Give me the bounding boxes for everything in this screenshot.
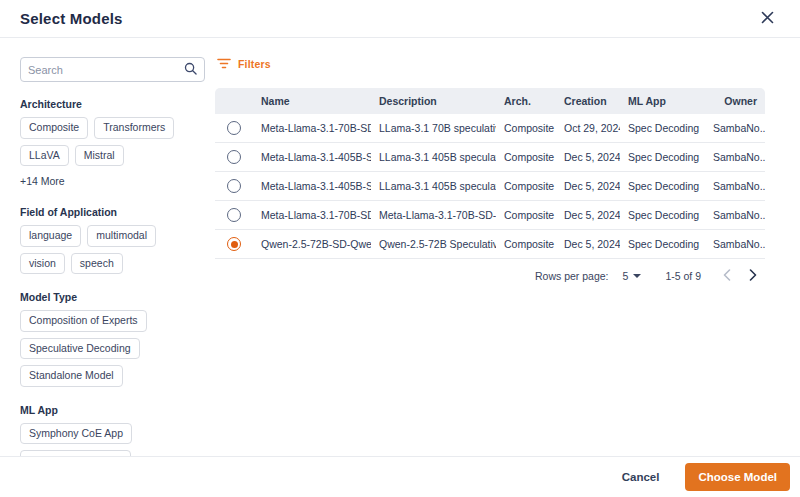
filter-chip[interactable]: Composition of Experts: [20, 310, 147, 332]
filter-chip[interactable]: language: [20, 225, 81, 247]
column-header: Description: [371, 95, 496, 107]
table-row[interactable]: Meta-Llama-3.1-405B-SD...LLama-3.1 405B …: [215, 143, 765, 172]
cell-arch: Composite: [496, 180, 556, 192]
dialog-header: Select Models: [0, 0, 800, 38]
cell-owner: SambaNo...: [705, 180, 765, 192]
choose-model-button[interactable]: Choose Model: [685, 463, 790, 491]
table-row[interactable]: Meta-Llama-3.1-70B-SD-L...LLama-3.1 70B …: [215, 114, 765, 143]
search-box: [20, 57, 205, 82]
cell-arch: Composite: [496, 122, 556, 134]
column-header: Name: [253, 95, 371, 107]
filter-chip[interactable]: Symphony CoE App: [20, 423, 132, 445]
cell-creation: Dec 5, 2024: [556, 209, 620, 221]
radio-icon[interactable]: [227, 150, 241, 164]
table-panel: Filters NameDescriptionArch.CreationML A…: [215, 57, 765, 456]
column-header: Arch.: [496, 95, 556, 107]
chip-list: languagemultimodalvisionspeech: [20, 225, 205, 274]
close-icon: [761, 11, 774, 27]
table-row[interactable]: Qwen-2.5-72B-SD-Qwen-...Qwen-2.5-72B Spe…: [215, 230, 765, 259]
cell-owner: SambaNo...: [705, 209, 765, 221]
cell-arch: Composite: [496, 209, 556, 221]
dialog-footer: Cancel Choose Model: [0, 456, 800, 497]
filter-chip[interactable]: multimodal: [87, 225, 156, 247]
filter-chip[interactable]: vision: [20, 253, 65, 275]
radio-icon[interactable]: [227, 208, 241, 222]
filters-button[interactable]: Filters: [217, 58, 271, 71]
table-row[interactable]: Meta-Llama-3.1-70B-SD-L...Meta-Llama-3.1…: [215, 201, 765, 230]
column-header: Creation: [556, 95, 620, 107]
cell-name: Qwen-2.5-72B-SD-Qwen-...: [253, 238, 371, 250]
cell-description: Qwen-2.5-72B Speculativ...: [371, 238, 496, 250]
cancel-button[interactable]: Cancel: [614, 465, 668, 489]
radio-cell: [215, 150, 253, 164]
filter-group-label: Model Type: [20, 291, 205, 303]
rows-per-page-label: Rows per page:: [535, 270, 609, 282]
select-models-dialog: Select Models ArchitectureCompositeTrans…: [0, 0, 800, 497]
radio-icon[interactable]: [227, 179, 241, 193]
filter-group-label: ML App: [20, 404, 205, 416]
radio-cell: [215, 208, 253, 222]
cell-description: LLama-3.1 405B speculati...: [371, 151, 496, 163]
more-link[interactable]: +14 More: [20, 175, 65, 187]
filters-button-label: Filters: [238, 58, 271, 70]
cell-description: Meta-Llama-3.1-70B-SD-L...: [371, 209, 496, 221]
dialog-body: ArchitectureCompositeTransformersLLaVAMi…: [0, 38, 800, 456]
cell-creation: Oct 29, 2024: [556, 122, 620, 134]
cell-owner: SambaNo...: [705, 151, 765, 163]
filter-chip[interactable]: Transformers: [94, 117, 174, 139]
filter-chip[interactable]: LLaVA: [20, 145, 69, 167]
filter-chip[interactable]: Composite: [20, 117, 88, 139]
cell-description: LLama-3.1 405B speculati...: [371, 180, 496, 192]
table-header-row: NameDescriptionArch.CreationML AppOwner: [215, 88, 765, 114]
chevron-down-icon: [633, 274, 641, 278]
filter-group-label: Architecture: [20, 98, 205, 110]
radio-cell: [215, 237, 253, 251]
radio-selected-icon[interactable]: [227, 237, 241, 251]
models-table: NameDescriptionArch.CreationML AppOwner …: [215, 88, 765, 259]
cell-creation: Dec 5, 2024: [556, 151, 620, 163]
cell-ml_app: Spec Decoding: [620, 238, 705, 250]
radio-icon[interactable]: [227, 121, 241, 135]
table-row[interactable]: Meta-Llama-3.1-405B-SD...LLama-3.1 405B …: [215, 172, 765, 201]
filters-row: Filters: [217, 54, 765, 74]
filter-chip[interactable]: speech: [71, 253, 123, 275]
cell-description: LLama-3.1 70B speculative...: [371, 122, 496, 134]
prev-page-button[interactable]: [717, 267, 737, 285]
dialog-title: Select Models: [20, 10, 123, 27]
filter-funnel-icon: [217, 58, 231, 71]
cell-arch: Composite: [496, 151, 556, 163]
filter-chip[interactable]: Speculative Decoding: [20, 338, 140, 360]
cell-ml_app: Spec Decoding: [620, 151, 705, 163]
cell-arch: Composite: [496, 238, 556, 250]
rows-per-page-select[interactable]: 5: [619, 268, 646, 284]
cell-owner: SambaNo...: [705, 122, 765, 134]
rows-per-page-value: 5: [623, 270, 629, 282]
cell-name: Meta-Llama-3.1-70B-SD-L...: [253, 122, 371, 134]
cell-owner: SambaNo...: [705, 238, 765, 250]
chip-list: Composition of ExpertsSpeculative Decodi…: [20, 310, 205, 387]
cell-ml_app: Spec Decoding: [620, 122, 705, 134]
next-page-button[interactable]: [743, 267, 763, 285]
chip-list: CompositeTransformersLLaVAMistral: [20, 117, 205, 166]
filters-sidebar: ArchitectureCompositeTransformersLLaVAMi…: [20, 57, 205, 456]
filter-chip[interactable]: Mistral: [75, 145, 124, 167]
cell-creation: Dec 5, 2024: [556, 180, 620, 192]
filter-groups: ArchitectureCompositeTransformersLLaVAMi…: [20, 98, 205, 497]
filter-group-label: Field of Application: [20, 206, 205, 218]
pagination-range: 1-5 of 9: [665, 270, 701, 282]
search-input[interactable]: [28, 64, 184, 76]
close-button[interactable]: [757, 7, 778, 31]
filter-group: Field of Applicationlanguagemultimodalvi…: [20, 206, 205, 274]
cell-name: Meta-Llama-3.1-405B-SD...: [253, 151, 371, 163]
radio-cell: [215, 121, 253, 135]
radio-cell: [215, 179, 253, 193]
filter-group: ArchitectureCompositeTransformersLLaVAMi…: [20, 98, 205, 189]
filter-group: Model TypeComposition of ExpertsSpeculat…: [20, 291, 205, 387]
cell-name: Meta-Llama-3.1-405B-SD...: [253, 180, 371, 192]
search-icon: [184, 61, 197, 79]
column-header: ML App: [620, 95, 705, 107]
pagination: Rows per page: 5 1-5 of 9: [215, 259, 765, 293]
cell-ml_app: Spec Decoding: [620, 180, 705, 192]
filter-chip[interactable]: Standalone Model: [20, 365, 123, 387]
cell-creation: Dec 5, 2024: [556, 238, 620, 250]
